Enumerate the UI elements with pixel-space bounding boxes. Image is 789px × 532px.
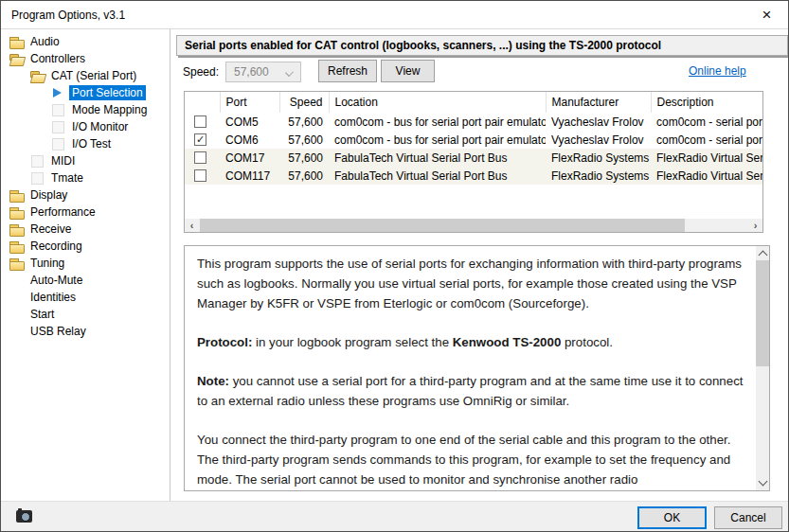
program-options-dialog: Program Options, v3.1 × Audio Controller… <box>0 0 789 532</box>
table-row[interactable]: COM117 57,600 FabulaTech Virtual Serial … <box>185 167 762 185</box>
sidebar-item-recording[interactable]: Recording <box>1 238 170 255</box>
port-checkbox-checked[interactable]: ✓ <box>194 133 206 146</box>
folder-icon <box>9 222 24 237</box>
folder-open-icon <box>9 51 24 66</box>
chevron-down-icon <box>285 68 294 77</box>
view-button[interactable]: View <box>381 60 435 82</box>
refresh-button[interactable]: Refresh <box>318 60 377 82</box>
ok-button[interactable]: OK <box>637 506 707 529</box>
cancel-button-label: Cancel <box>730 511 765 524</box>
port-checkbox[interactable] <box>194 151 206 164</box>
cell-speed: 57,600 <box>279 113 329 131</box>
sidebar-item-audio[interactable]: Audio <box>1 33 170 50</box>
sidebar-item-label: I/O Test <box>69 136 114 151</box>
folder-icon <box>9 34 24 49</box>
sidebar-item-receive[interactable]: Receive <box>1 221 170 238</box>
folder-open-icon <box>29 68 45 83</box>
sidebar-item-tuning[interactable]: Tuning <box>1 255 170 272</box>
sidebar-item-io-monitor[interactable]: I/O Monitor <box>1 118 170 135</box>
sidebar-item-cat-serial-port[interactable]: CAT (Serial Port) <box>1 67 170 84</box>
sidebar-item-port-selection[interactable]: Port Selection <box>1 84 170 101</box>
sidebar-item-label: Performance <box>27 204 99 220</box>
cell-manufacturer: FlexRadio Systems <box>546 167 651 185</box>
table-row[interactable]: ✓ COM6 57,600 com0com - bus for serial p… <box>185 131 762 149</box>
speed-value: 57,600 <box>234 65 269 79</box>
cell-speed: 57,600 <box>279 149 329 167</box>
window-title: Program Options, v3.1 <box>11 9 125 22</box>
sidebar-item-tmate[interactable]: Tmate <box>1 169 170 186</box>
page-icon <box>50 102 65 117</box>
scroll-up-icon[interactable] <box>756 246 769 260</box>
page-icon <box>50 136 65 151</box>
sidebar-item-performance[interactable]: Performance <box>1 204 170 221</box>
sidebar-item-label: Auto-Mute <box>27 273 85 288</box>
header-description[interactable]: Description <box>651 92 762 113</box>
header-speed[interactable]: Speed <box>279 92 329 113</box>
page-icon <box>29 170 45 186</box>
sidebar-item-auto-mute[interactable]: Auto-Mute <box>1 272 170 289</box>
horizontal-scrollbar-thumb[interactable] <box>200 219 685 232</box>
horizontal-scrollbar[interactable]: ‹ › <box>185 219 762 232</box>
info-panel: This program supports the use of serial … <box>184 245 770 491</box>
cell-description: com0com - serial port emulator <box>651 131 762 149</box>
cell-description: FlexRadio Virtual Serial Port <box>651 167 762 185</box>
vertical-scrollbar[interactable] <box>756 246 769 490</box>
scroll-right-icon[interactable]: › <box>748 219 762 232</box>
close-icon[interactable]: × <box>745 1 788 28</box>
cell-location: FabulaTech Virtual Serial Port Bus <box>329 167 546 185</box>
sidebar-item-identities[interactable]: Identities <box>1 289 170 306</box>
sidebar-item-label: I/O Monitor <box>69 119 131 134</box>
note-label: Note: <box>197 374 229 388</box>
port-checkbox[interactable] <box>194 169 206 182</box>
sidebar-item-mode-mapping[interactable]: Mode Mapping <box>1 101 170 118</box>
header-check-column <box>185 92 220 113</box>
vertical-scrollbar-thumb[interactable] <box>756 260 769 366</box>
table-row[interactable]: COM5 57,600 com0com - bus for serial por… <box>185 113 762 131</box>
sidebar-item-label: MIDI <box>48 153 78 168</box>
info-paragraph: Protocol: in your logbook program select… <box>197 332 750 352</box>
header-location[interactable]: Location <box>329 92 546 113</box>
header-manufacturer[interactable]: Manufacturer <box>546 92 651 113</box>
cell-port: COM17 <box>220 149 279 167</box>
refresh-button-label: Refresh <box>328 64 368 78</box>
ports-table: Port Speed Location Manufacturer Descrip… <box>185 92 762 185</box>
cancel-button[interactable]: Cancel <box>714 506 782 529</box>
cell-description: com0com - serial port emulator <box>651 113 762 131</box>
view-button-label: View <box>396 64 421 78</box>
sidebar-item-controllers[interactable]: Controllers <box>1 50 170 67</box>
scroll-left-icon[interactable]: ‹ <box>185 219 199 232</box>
sidebar-item-display[interactable]: Display <box>1 186 170 204</box>
sidebar-item-start[interactable]: Start <box>1 306 170 323</box>
sidebar-item-midi[interactable]: MIDI <box>1 152 170 169</box>
port-checkbox[interactable] <box>194 115 206 128</box>
sidebar-item-label: Audio <box>27 34 63 49</box>
online-help-link[interactable]: Online help <box>689 64 746 78</box>
table-row[interactable]: COM17 57,600 FabulaTech Virtual Serial P… <box>185 149 762 167</box>
blank-icon <box>9 307 24 322</box>
ok-button-label: OK <box>664 511 680 524</box>
cell-location: com0com - bus for serial port pair emula… <box>329 131 546 149</box>
ports-table-panel: Port Speed Location Manufacturer Descrip… <box>184 91 763 233</box>
header-port[interactable]: Port <box>220 92 279 113</box>
sidebar-item-usb-relay[interactable]: USB Relay <box>1 323 170 340</box>
sidebar-item-label: Tmate <box>48 170 86 186</box>
folder-icon <box>9 239 24 254</box>
speed-select[interactable]: 57,600 <box>225 62 301 82</box>
protocol-name: Kenwood TS-2000 <box>453 335 562 349</box>
sidebar-item-label: Tuning <box>27 256 67 271</box>
camera-icon[interactable] <box>16 510 32 523</box>
cell-location: com0com - bus for serial port pair emula… <box>329 113 546 131</box>
info-span: in your logbook program select the <box>252 335 452 349</box>
section-header-text: Serial ports enabled for CAT control (lo… <box>185 39 661 52</box>
table-header-row: Port Speed Location Manufacturer Descrip… <box>185 92 762 113</box>
cell-speed: 57,600 <box>279 167 329 185</box>
sidebar-item-label: Controllers <box>27 51 88 66</box>
title-bar: Program Options, v3.1 × <box>1 1 788 29</box>
page-icon <box>29 153 45 168</box>
info-text: This program supports the use of serial … <box>185 246 754 491</box>
options-tree: Audio Controllers CAT (Serial Port) Port… <box>1 29 170 501</box>
sidebar-item-io-test[interactable]: I/O Test <box>1 135 170 152</box>
cell-description: FlexRadio Virtual Serial Port <box>651 149 762 167</box>
protocol-label: Protocol: <box>197 335 252 349</box>
scroll-down-icon[interactable] <box>756 476 769 490</box>
